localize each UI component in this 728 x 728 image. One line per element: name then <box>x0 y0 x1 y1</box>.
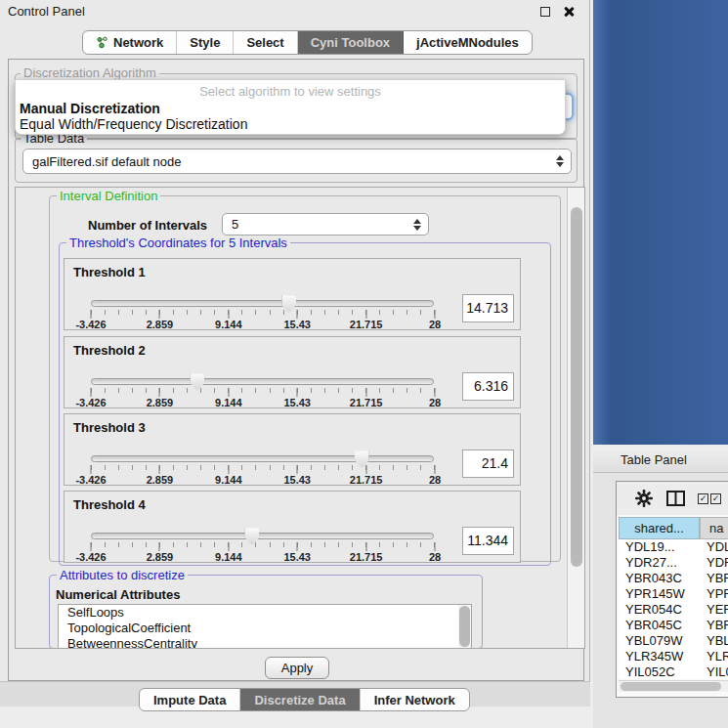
algorithm-dropdown-popup: Select algorithm to view settings Manual… <box>15 79 566 135</box>
cell[interactable]: YPR145W <box>619 586 700 602</box>
checkbox-icon[interactable]: ✓ <box>698 493 708 504</box>
threshold-2-label: Threshold 2 <box>73 343 146 358</box>
scale-tick-label: 15.43 <box>283 474 311 486</box>
cell[interactable]: YDR2 <box>700 555 728 571</box>
threshold-1-value-field[interactable]: 14.713 <box>462 294 514 322</box>
scale-tick-label: 9.144 <box>215 319 242 330</box>
list-item[interactable]: TopologicalCoefficient <box>59 621 471 636</box>
scale-tick-label: -3.426 <box>75 551 106 563</box>
tab-style[interactable]: Style <box>177 31 234 54</box>
dropdown-option-manual[interactable]: Manual Discretization <box>20 101 160 116</box>
tab-cyni-label: Cyni Toolbox <box>311 35 390 50</box>
tab-cyni-toolbox[interactable]: Cyni Toolbox <box>298 31 404 54</box>
attributes-to-discretize-label: Attributes to discretize <box>57 568 188 582</box>
scale-tick-label: 2.859 <box>147 397 174 408</box>
table-panel-titlebar: Table Panel <box>593 448 728 473</box>
column-header-name[interactable]: na <box>700 517 728 539</box>
cyni-mode-tabs: Impute Data Discretize Data Infer Networ… <box>139 688 470 711</box>
cell[interactable]: YBL0 <box>700 633 728 649</box>
scrollbar-thumb[interactable] <box>571 207 582 567</box>
table-row[interactable]: YDR27...YDR2 <box>619 555 728 571</box>
cell[interactable]: YBR043C <box>619 571 700 586</box>
table-data-combobox[interactable]: galFiltered.sif default node <box>22 149 572 174</box>
tab-network[interactable]: Network <box>83 31 177 54</box>
apply-button[interactable]: Apply <box>265 657 329 679</box>
threshold-4-value-field[interactable]: 11.344 <box>462 527 514 555</box>
tab-jactivemnodules[interactable]: jActiveMNodules <box>404 31 532 54</box>
tab-select-label: Select <box>246 35 283 50</box>
chevron-updown-icon <box>413 219 421 231</box>
close-icon[interactable] <box>563 6 575 18</box>
tab-infer-network[interactable]: Infer Network <box>361 689 469 710</box>
cell[interactable]: YBL079W <box>619 633 700 649</box>
table-horizontal-scrollbar[interactable] <box>619 680 728 692</box>
slider-scale: -3.426 2.859 9.144 15.43 21.715 28 <box>91 397 435 409</box>
list-item[interactable]: BetweennessCentrality <box>59 636 471 649</box>
table-data-value: galFiltered.sif default node <box>32 154 181 169</box>
cell[interactable]: YIL0 <box>700 664 728 679</box>
scale-tick-label: 28 <box>429 319 441 330</box>
screen: Control Panel Network Style Select Cyni … <box>0 0 728 728</box>
threshold-1-label: Threshold 1 <box>73 265 146 279</box>
tab-impute-data[interactable]: Impute Data <box>140 689 240 710</box>
table-panel-title: Table Panel <box>621 452 687 467</box>
chevron-updown-icon <box>556 155 564 167</box>
column-header-shared-name[interactable]: shared... <box>619 517 700 539</box>
cell[interactable]: YBR0 <box>700 571 728 586</box>
tab-select[interactable]: Select <box>234 31 297 54</box>
threshold-3-value-field[interactable]: 21.4 <box>462 450 514 478</box>
cell[interactable]: YPR1 <box>700 586 728 602</box>
float-window-icon[interactable] <box>540 7 550 17</box>
slider-scale: -3.426 2.859 9.144 15.43 21.715 28 <box>91 319 435 331</box>
cell[interactable]: YLR345W <box>619 649 700 664</box>
table-row[interactable]: YBR045CYBR0 <box>619 618 728 633</box>
cell[interactable]: YER054C <box>619 602 700 618</box>
checkbox-icon[interactable]: ✓ <box>710 493 721 504</box>
slider-scale: -3.426 2.859 9.144 15.43 21.715 28 <box>91 474 435 487</box>
tab-discretize-label: Discretize Data <box>254 693 345 707</box>
threshold-4-panel: Threshold 4 -3.426 2.859 9.144 15.43 21.… <box>64 491 521 563</box>
threshold-4-label: Threshold 4 <box>73 497 146 512</box>
gear-icon[interactable] <box>634 489 654 508</box>
discretization-algorithm-label: Discretization Algorithm <box>21 65 159 80</box>
table-frame: ✓ ✓ shared... na YDL19...YDL1 YDR27...YD… <box>616 481 728 698</box>
scale-tick-label: 9.144 <box>215 551 242 563</box>
cell[interactable]: YBR0 <box>700 618 728 633</box>
scale-tick-label: 21.715 <box>350 319 383 330</box>
table-row[interactable]: YDL19...YDL1 <box>619 539 728 555</box>
cell[interactable]: YDL1 <box>700 539 728 555</box>
threshold-2-value-field[interactable]: 6.316 <box>462 372 514 401</box>
settings-vertical-scrollbar[interactable] <box>567 188 585 648</box>
threshold-coordinates-label: Threshold's Coordinates for 5 Intervals <box>66 236 290 250</box>
split-view-icon[interactable] <box>666 491 685 506</box>
table-row[interactable]: YLR345WYLR3 <box>619 649 728 664</box>
threshold-3-label: Threshold 3 <box>73 420 146 435</box>
table-row[interactable]: YER054CYER0 <box>619 602 728 618</box>
window-title: Control Panel <box>8 4 85 19</box>
cell[interactable]: YDR27... <box>619 555 700 571</box>
control-panel-titlebar: Control Panel <box>0 0 589 21</box>
scale-tick-label: 28 <box>429 474 441 486</box>
cell[interactable]: YER0 <box>700 602 728 618</box>
scrollbar-thumb[interactable] <box>621 682 721 691</box>
scale-tick-label: 2.859 <box>147 319 174 330</box>
number-of-intervals-combobox[interactable]: 5 <box>222 213 429 236</box>
cell[interactable]: YBR045C <box>619 618 700 633</box>
table-panel-window: Table Panel <box>593 448 728 728</box>
threshold-2-panel: Threshold 2 -3.426 2.859 9.144 15.43 21.… <box>64 336 521 408</box>
tab-discretize-data[interactable]: Discretize Data <box>240 689 360 710</box>
attributes-list-scrollbar[interactable] <box>458 605 471 649</box>
cell[interactable]: YLR3 <box>700 649 728 664</box>
cyni-main-panel: Discretization Algorithm Select algorith… <box>8 59 584 681</box>
dropdown-hint: Select algorithm to view settings <box>16 84 565 99</box>
dropdown-option-equal-width[interactable]: Equal Width/Frequency Discretization <box>20 116 247 132</box>
number-of-intervals-label: Number of Intervals <box>88 218 207 233</box>
cell[interactable]: YDL19... <box>619 539 700 555</box>
cell[interactable]: YIL052C <box>619 664 700 679</box>
table-row[interactable]: YBR043CYBR0 <box>619 571 728 586</box>
table-row[interactable]: YBL079WYBL0 <box>619 633 728 649</box>
scale-tick-label: 28 <box>429 551 441 563</box>
table-row[interactable]: YPR145WYPR1 <box>619 586 728 602</box>
list-item[interactable]: SelfLoops <box>59 605 471 621</box>
table-row[interactable]: YIL052CYIL0 <box>619 664 728 679</box>
